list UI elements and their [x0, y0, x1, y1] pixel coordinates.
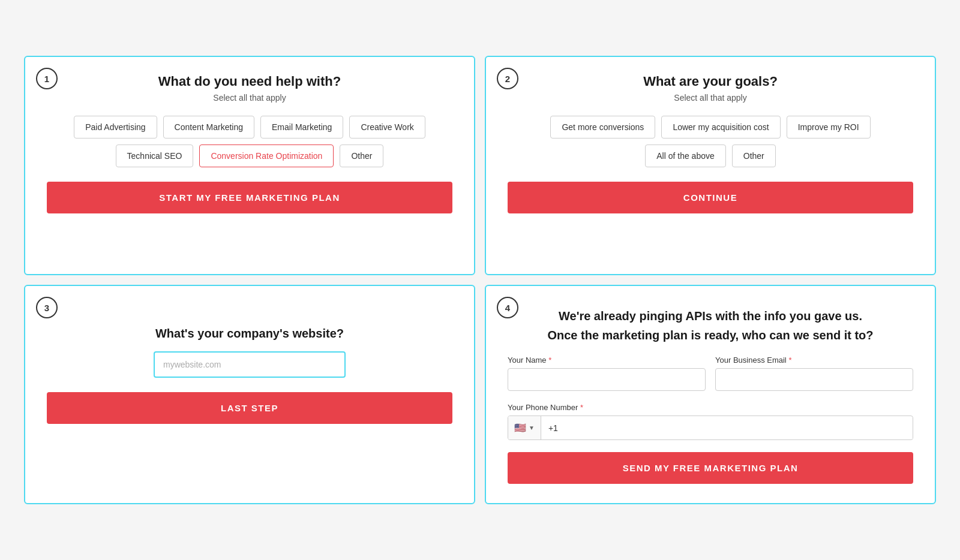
step-badge-1: 1 — [36, 68, 58, 89]
website-question: What's your company's website? — [155, 327, 344, 341]
phone-input[interactable] — [541, 417, 913, 439]
card2-options: Get more conversions Lower my acquisitio… — [508, 116, 913, 167]
main-grid: 1 What do you need help with? Select all… — [24, 56, 936, 504]
phone-row: 🇺🇸 ▼ — [508, 416, 913, 440]
continue-button[interactable]: CONTINUE — [508, 182, 913, 213]
form-name-email: Your Name * Your Business Email * — [508, 356, 913, 391]
option-other-2[interactable]: Other — [732, 144, 776, 167]
card-4: 4 We're already pinging APIs with the in… — [485, 285, 936, 504]
card-2: 2 What are your goals? Select all that a… — [485, 56, 936, 275]
card-3: 3 What's your company's website? LAST ST… — [24, 285, 475, 504]
step-badge-4: 4 — [497, 297, 518, 318]
card2-title: What are your goals? — [508, 74, 913, 89]
option-creative-work[interactable]: Creative Work — [349, 116, 425, 139]
email-label: Your Business Email * — [715, 356, 913, 365]
name-input[interactable] — [508, 368, 706, 391]
chevron-down-icon: ▼ — [529, 424, 535, 431]
phone-flag-selector[interactable]: 🇺🇸 ▼ — [508, 416, 541, 439]
email-group: Your Business Email * — [715, 356, 913, 391]
option-email-marketing[interactable]: Email Marketing — [260, 116, 343, 139]
card1-title: What do you need help with? — [47, 74, 452, 89]
card1-subtitle: Select all that apply — [47, 93, 452, 103]
option-paid-advertising[interactable]: Paid Advertising — [74, 116, 157, 139]
phone-label: Your Phone Number * — [508, 403, 913, 412]
send-plan-button[interactable]: SEND MY FREE MARKETING PLAN — [508, 452, 913, 484]
email-required: * — [788, 356, 791, 365]
option-more-conversions[interactable]: Get more conversions — [550, 116, 655, 139]
option-technical-seo[interactable]: Technical SEO — [116, 144, 194, 167]
option-improve-roi[interactable]: Improve my ROI — [787, 116, 871, 139]
flag-emoji: 🇺🇸 — [514, 422, 526, 433]
option-lower-acquisition[interactable]: Lower my acquisition cost — [661, 116, 780, 139]
phone-section: Your Phone Number * 🇺🇸 ▼ — [508, 403, 913, 440]
last-step-button[interactable]: LAST STEP — [47, 392, 452, 424]
card-1: 1 What do you need help with? Select all… — [24, 56, 475, 275]
card2-subtitle: Select all that apply — [508, 93, 913, 103]
start-plan-button[interactable]: START MY FREE MARKETING PLAN — [47, 182, 452, 213]
card4-title-line2: Once the marketing plan is ready, who ca… — [508, 327, 913, 344]
website-input[interactable] — [154, 351, 346, 378]
website-section: What's your company's website? — [47, 327, 452, 378]
name-label: Your Name * — [508, 356, 706, 365]
card1-options: Paid Advertising Content Marketing Email… — [47, 116, 452, 167]
phone-required: * — [580, 403, 583, 412]
name-required: * — [548, 356, 551, 365]
option-all-above[interactable]: All of the above — [645, 144, 726, 167]
step-badge-3: 3 — [36, 297, 58, 318]
card4-title-line1: We're already pinging APIs with the info… — [508, 308, 913, 324]
email-input[interactable] — [715, 368, 913, 391]
option-cro[interactable]: Conversion Rate Optimization — [199, 144, 334, 167]
option-other-1[interactable]: Other — [340, 144, 383, 167]
option-content-marketing[interactable]: Content Marketing — [163, 116, 254, 139]
name-group: Your Name * — [508, 356, 706, 391]
step-badge-2: 2 — [497, 68, 518, 89]
